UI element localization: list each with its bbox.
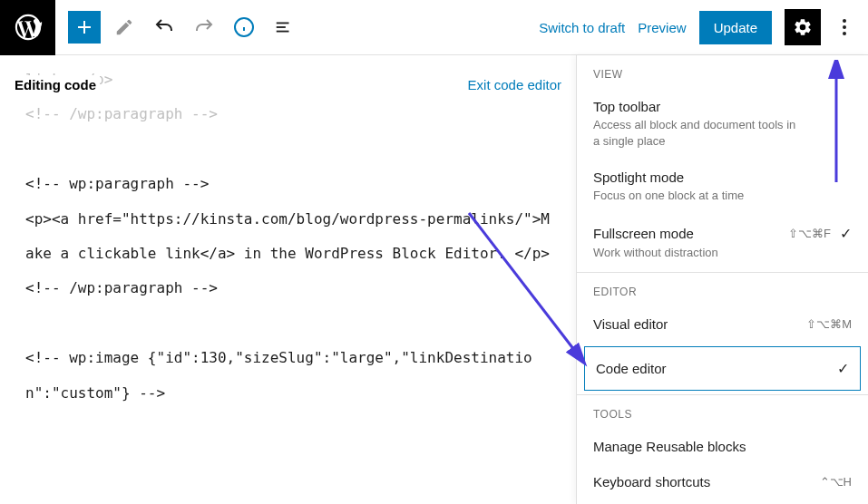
menu-item-spotlight[interactable]: Spotlight mode Focus on one block at a t…	[577, 160, 868, 215]
left-actions	[55, 11, 300, 44]
menu-item-title: Code editor	[596, 361, 667, 376]
svg-point-7	[843, 25, 846, 29]
preview-button[interactable]: Preview	[638, 20, 686, 35]
check-icon: ✓	[840, 225, 852, 242]
add-block-button[interactable]	[68, 11, 101, 44]
menu-item-title: Keyboard shortcuts	[593, 474, 710, 489]
update-button[interactable]: Update	[699, 11, 772, 44]
code-faded-line: <!-- /wp:paragraph -->	[25, 105, 218, 122]
menu-item-title: Top toolbar	[593, 99, 660, 114]
info-icon[interactable]	[228, 11, 260, 44]
undo-icon[interactable]	[148, 11, 180, 44]
check-icon: ✓	[837, 360, 849, 377]
options-panel: VIEW Top toolbar Access all block and do…	[576, 55, 868, 504]
svg-point-8	[843, 32, 846, 35]
exit-code-editor-button[interactable]: Exit code editor	[464, 75, 565, 94]
shortcut-label: ⌃⌥H	[820, 475, 852, 489]
editor-section-label: EDITOR	[577, 273, 868, 307]
menu-item-top-toolbar[interactable]: Top toolbar Access all block and documen…	[577, 90, 868, 160]
settings-button[interactable]	[785, 9, 821, 45]
redo-icon[interactable]	[188, 11, 220, 44]
menu-item-title: Fullscreen mode	[593, 226, 694, 241]
code-textarea[interactable]: link. </p> <!-- /wp:paragraph --> <!-- w…	[25, 63, 551, 411]
menu-item-fullscreen[interactable]: Fullscreen mode ⇧⌥⌘F ✓ Work without dist…	[577, 216, 868, 272]
svg-point-6	[843, 19, 846, 23]
right-actions: Switch to draft Preview Update	[539, 9, 868, 45]
menu-item-visual-editor[interactable]: Visual editor ⇧⌥⌘M	[577, 307, 868, 343]
content-area: Editing code Exit code editor link. </p>…	[0, 55, 868, 504]
shortcut-label: ⇧⌥⌘F	[788, 227, 831, 240]
edit-icon[interactable]	[108, 11, 141, 44]
menu-item-desc: Work without distraction	[593, 245, 802, 261]
top-toolbar: Switch to draft Preview Update	[0, 0, 868, 55]
menu-item-keyboard-shortcuts[interactable]: Keyboard shortcuts ⌃⌥H	[577, 465, 868, 500]
outline-icon[interactable]	[268, 11, 300, 44]
code-body: <!-- wp:paragraph --> <p><a href="https:…	[25, 175, 550, 401]
shortcut-label: ⇧⌥⌘M	[806, 317, 852, 331]
menu-item-title: Spotlight mode	[593, 170, 684, 185]
tools-section-label: TOOLS	[577, 395, 868, 430]
switch-to-draft-button[interactable]: Switch to draft	[539, 20, 625, 35]
more-options-button[interactable]	[834, 11, 855, 44]
menu-item-title: Manage Reusable blocks	[593, 439, 746, 454]
menu-item-title: Visual editor	[593, 316, 668, 332]
menu-item-desc: Access all block and document tools in a…	[593, 117, 802, 150]
view-section-label: VIEW	[577, 55, 868, 90]
menu-item-reusable-blocks[interactable]: Manage Reusable blocks	[577, 430, 868, 465]
menu-item-code-editor[interactable]: Code editor ✓	[584, 346, 861, 391]
code-editor-pane: Editing code Exit code editor link. </p>…	[0, 55, 576, 504]
wordpress-logo[interactable]	[0, 0, 55, 55]
editing-code-label: Editing code	[11, 75, 100, 94]
menu-item-desc: Focus on one block at a time	[593, 188, 802, 204]
